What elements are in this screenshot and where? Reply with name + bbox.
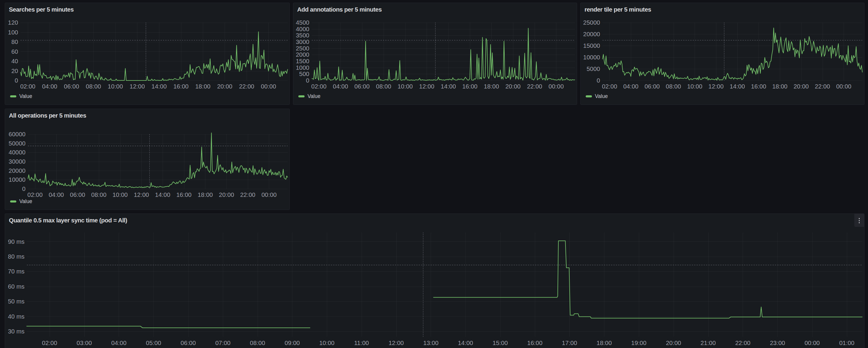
svg-text:04:00: 04:00	[623, 83, 638, 90]
svg-text:0: 0	[15, 77, 18, 84]
svg-text:14:00: 14:00	[730, 83, 745, 90]
svg-text:80 ms: 80 ms	[8, 253, 25, 260]
svg-text:01:00: 01:00	[839, 339, 854, 346]
svg-text:10:00: 10:00	[687, 83, 702, 90]
svg-text:02:00: 02:00	[602, 83, 617, 90]
svg-text:14:00: 14:00	[155, 191, 170, 198]
svg-text:0: 0	[597, 77, 600, 84]
svg-text:50000: 50000	[9, 140, 26, 147]
svg-text:3500: 3500	[296, 32, 309, 39]
svg-text:04:00: 04:00	[42, 83, 57, 90]
svg-text:20000: 20000	[9, 167, 26, 174]
svg-text:14:00: 14:00	[151, 83, 166, 90]
svg-text:11:00: 11:00	[354, 339, 369, 346]
svg-text:00:00: 00:00	[804, 339, 819, 346]
svg-text:23:00: 23:00	[770, 339, 785, 346]
svg-text:30000: 30000	[9, 158, 26, 165]
svg-text:40 ms: 40 ms	[8, 313, 25, 320]
svg-text:1500: 1500	[296, 58, 309, 64]
svg-text:22:00: 22:00	[240, 191, 255, 198]
svg-text:02:00: 02:00	[27, 191, 42, 198]
svg-text:19:00: 19:00	[631, 339, 646, 346]
svg-text:2500: 2500	[296, 45, 309, 52]
svg-text:20: 20	[11, 67, 18, 74]
svg-text:2000: 2000	[296, 51, 309, 58]
svg-text:09:00: 09:00	[285, 339, 300, 346]
svg-text:02:00: 02:00	[20, 83, 35, 90]
svg-text:14:00: 14:00	[441, 83, 456, 90]
svg-text:40: 40	[11, 58, 18, 64]
svg-text:04:00: 04:00	[333, 83, 348, 90]
svg-text:00:00: 00:00	[836, 83, 851, 90]
svg-text:120: 120	[8, 19, 18, 26]
svg-text:10:00: 10:00	[108, 83, 123, 90]
svg-text:06:00: 06:00	[181, 339, 196, 346]
svg-text:00:00: 00:00	[261, 83, 276, 90]
svg-text:18:00: 18:00	[195, 83, 211, 90]
svg-text:90 ms: 90 ms	[8, 238, 25, 245]
svg-text:12:00: 12:00	[708, 83, 723, 90]
svg-text:18:00: 18:00	[597, 339, 612, 346]
svg-text:70 ms: 70 ms	[8, 268, 25, 275]
svg-text:500: 500	[299, 70, 309, 77]
svg-text:10000: 10000	[9, 176, 26, 183]
svg-text:20:00: 20:00	[219, 191, 234, 198]
svg-text:4500: 4500	[296, 19, 309, 26]
svg-text:40000: 40000	[9, 149, 26, 156]
svg-text:08:00: 08:00	[91, 191, 106, 198]
svg-text:05:00: 05:00	[146, 339, 161, 346]
svg-text:17:00: 17:00	[562, 339, 577, 346]
svg-text:20000: 20000	[583, 31, 600, 37]
svg-text:20:00: 20:00	[666, 339, 681, 346]
svg-text:00:00: 00:00	[261, 191, 277, 198]
svg-text:06:00: 06:00	[70, 191, 85, 198]
svg-text:16:00: 16:00	[173, 83, 188, 90]
svg-text:18:00: 18:00	[198, 191, 213, 198]
svg-text:100: 100	[8, 29, 18, 36]
svg-text:60000: 60000	[9, 131, 26, 137]
svg-text:22:00: 22:00	[239, 83, 254, 90]
svg-text:15000: 15000	[583, 42, 600, 49]
svg-text:02:00: 02:00	[311, 83, 327, 90]
svg-text:04:00: 04:00	[49, 191, 64, 198]
svg-text:08:00: 08:00	[250, 339, 265, 346]
svg-text:50 ms: 50 ms	[8, 298, 25, 305]
svg-text:10:00: 10:00	[319, 339, 334, 346]
svg-text:06:00: 06:00	[645, 83, 660, 90]
svg-text:21:00: 21:00	[701, 339, 716, 346]
svg-text:12:00: 12:00	[130, 83, 145, 90]
svg-text:0: 0	[22, 185, 26, 192]
svg-text:13:00: 13:00	[423, 339, 438, 346]
svg-text:20:00: 20:00	[794, 83, 809, 90]
svg-text:15:00: 15:00	[493, 339, 507, 346]
svg-text:14:00: 14:00	[458, 339, 473, 346]
svg-text:80: 80	[11, 38, 18, 45]
svg-text:5000: 5000	[587, 65, 600, 72]
svg-text:10:00: 10:00	[113, 191, 128, 198]
svg-text:16:00: 16:00	[176, 191, 191, 198]
svg-text:60: 60	[11, 48, 18, 55]
svg-text:0: 0	[306, 77, 309, 84]
svg-text:08:00: 08:00	[376, 83, 391, 90]
svg-text:18:00: 18:00	[772, 83, 787, 90]
svg-text:04:00: 04:00	[111, 339, 126, 346]
svg-text:1000: 1000	[296, 64, 309, 71]
svg-text:16:00: 16:00	[751, 83, 766, 90]
svg-text:16:00: 16:00	[527, 339, 542, 346]
svg-text:16:00: 16:00	[462, 83, 477, 90]
svg-text:06:00: 06:00	[64, 83, 79, 90]
svg-text:10000: 10000	[583, 54, 600, 61]
svg-text:22:00: 22:00	[527, 83, 542, 90]
svg-text:12:00: 12:00	[419, 83, 434, 90]
svg-text:4000: 4000	[296, 26, 309, 32]
svg-text:18:00: 18:00	[484, 83, 499, 90]
svg-text:3000: 3000	[296, 38, 309, 45]
svg-text:22:00: 22:00	[735, 339, 750, 346]
svg-text:60 ms: 60 ms	[8, 283, 25, 290]
svg-text:20:00: 20:00	[505, 83, 520, 90]
svg-text:12:00: 12:00	[389, 339, 404, 346]
svg-text:00:00: 00:00	[549, 83, 564, 90]
svg-text:20:00: 20:00	[217, 83, 232, 90]
svg-text:22:00: 22:00	[815, 83, 830, 90]
svg-text:08:00: 08:00	[666, 83, 681, 90]
